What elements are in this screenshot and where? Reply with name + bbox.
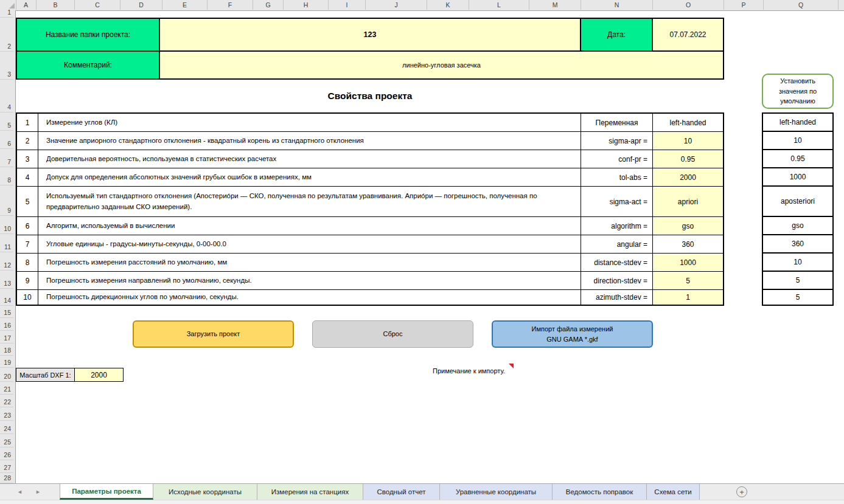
- column-header-H[interactable]: H: [284, 0, 329, 10]
- sheet-tab-bar: ◄ ► Параметры проектаИсходные координаты…: [0, 483, 844, 500]
- add-sheet-button[interactable]: +: [736, 486, 747, 497]
- row-header-22[interactable]: 22: [0, 395, 13, 407]
- row-header-9[interactable]: 9: [0, 185, 13, 216]
- row-header-3[interactable]: 3: [0, 52, 13, 80]
- row-header-19[interactable]: 19: [0, 356, 13, 368]
- date-value-cell[interactable]: 07.07.2022: [653, 18, 724, 52]
- sheet-tab-7[interactable]: Схема сети: [647, 484, 700, 500]
- property-value-3[interactable]: 0.95: [653, 150, 723, 168]
- default-value-3: 0.95: [763, 150, 832, 168]
- default-value-4: 1000: [763, 168, 832, 187]
- set-defaults-button[interactable]: Установить значения по умолчанию: [762, 74, 834, 109]
- row-header-15[interactable]: 15: [0, 306, 13, 318]
- column-header-L[interactable]: L: [469, 0, 529, 10]
- column-header-A[interactable]: A: [16, 0, 37, 10]
- property-value-10[interactable]: 1: [653, 290, 723, 305]
- comment-value-cell[interactable]: линейно-угловая засечка: [160, 52, 724, 80]
- row-header-16[interactable]: 16: [0, 318, 13, 331]
- row-header-24[interactable]: 24: [0, 421, 13, 434]
- property-row-number-5: 5: [17, 187, 38, 217]
- sheet-tab-4[interactable]: Сводный отчет: [363, 484, 440, 500]
- default-value-8: 10: [763, 254, 832, 272]
- reset-button[interactable]: Сброс: [312, 320, 473, 348]
- column-header-P[interactable]: P: [724, 0, 764, 10]
- property-description-3: Доверительная вероятность, используемая …: [38, 150, 581, 168]
- sheet-tab-3[interactable]: Измерения на станциях: [257, 484, 363, 500]
- row-header-6[interactable]: 6: [0, 131, 13, 149]
- property-row-number-2: 2: [17, 132, 38, 150]
- select-all-corner[interactable]: [0, 0, 16, 10]
- column-header-E[interactable]: E: [162, 0, 208, 10]
- row-header-1[interactable]: 1: [0, 10, 13, 18]
- tab-scroll-left-icon[interactable]: ◄: [17, 484, 23, 500]
- properties-title: Свойства проекта: [16, 80, 724, 112]
- property-description-2: Значение априорного стандартного отклоне…: [38, 132, 581, 150]
- property-value-6[interactable]: gso: [653, 217, 723, 235]
- project-folder-value-cell[interactable]: 123: [160, 18, 581, 52]
- default-value-9: 5: [763, 272, 832, 290]
- comment-marker-icon: [509, 364, 514, 368]
- row-header-7[interactable]: 7: [0, 149, 13, 167]
- import-measurements-button[interactable]: Импорт файла измерений GNU GAMA *.gkf: [492, 320, 653, 348]
- row-header-4[interactable]: 4: [0, 80, 13, 112]
- property-value-1[interactable]: left-handed: [653, 114, 723, 132]
- dxf-scale-value-cell[interactable]: 2000: [74, 368, 124, 382]
- column-header-M[interactable]: M: [529, 0, 581, 10]
- sheet-tab-6[interactable]: Ведомость поправок: [553, 484, 647, 500]
- column-headers: ABCDEFGHIJKLMNOPQ: [0, 0, 844, 11]
- property-description-4: Допуск для определения абсолютных значен…: [38, 168, 581, 187]
- property-variable-3: conf-pr =: [581, 150, 653, 168]
- default-value-10: 5: [763, 290, 832, 305]
- property-row-number-10: 10: [17, 290, 38, 305]
- column-header-D[interactable]: D: [120, 0, 162, 10]
- row-header-23[interactable]: 23: [0, 407, 13, 421]
- row-header-26[interactable]: 26: [0, 447, 13, 460]
- column-header-F[interactable]: F: [208, 0, 253, 10]
- sheet-tab-2[interactable]: Исходные координаты: [153, 484, 257, 500]
- column-header-B[interactable]: B: [37, 0, 75, 10]
- property-value-9[interactable]: 5: [653, 272, 723, 290]
- row-header-17[interactable]: 17: [0, 331, 13, 343]
- default-value-6: gso: [763, 217, 832, 235]
- default-value-5: aposteriori: [763, 187, 832, 217]
- property-row-number-7: 7: [17, 235, 38, 254]
- column-header-Q[interactable]: Q: [764, 0, 839, 10]
- row-header-13[interactable]: 13: [0, 271, 13, 289]
- property-value-4[interactable]: 2000: [653, 168, 723, 187]
- tab-scroll-right-icon[interactable]: ►: [35, 484, 41, 500]
- property-row-number-9: 9: [17, 272, 38, 290]
- row-header-18[interactable]: 18: [0, 343, 13, 356]
- row-header-5[interactable]: 5: [0, 112, 13, 131]
- property-row-number-3: 3: [17, 150, 38, 168]
- property-value-7[interactable]: 360: [653, 235, 723, 254]
- property-value-2[interactable]: 10: [653, 132, 723, 150]
- property-value-5[interactable]: apriori: [653, 187, 723, 217]
- column-header-C[interactable]: C: [75, 0, 120, 10]
- sheet-tab-5[interactable]: Уравненные координаты: [440, 484, 553, 500]
- property-row-number-4: 4: [17, 168, 38, 187]
- project-folder-label-cell: Название папки проекта:: [16, 18, 160, 52]
- row-header-28[interactable]: 28: [0, 473, 13, 483]
- column-header-N[interactable]: N: [581, 0, 653, 10]
- default-value-1: left-handed: [763, 114, 832, 132]
- load-project-button[interactable]: Загрузить проект: [133, 320, 294, 348]
- row-header-10[interactable]: 10: [0, 216, 13, 234]
- row-header-2[interactable]: 2: [0, 18, 13, 52]
- row-header-27[interactable]: 27: [0, 460, 13, 473]
- column-header-K[interactable]: K: [427, 0, 469, 10]
- row-header-8[interactable]: 8: [0, 167, 13, 185]
- dxf-scale-label-cell: Масштаб DXF 1:: [16, 368, 75, 382]
- row-header-21[interactable]: 21: [0, 382, 13, 395]
- property-description-7: Угловые единицы - градусы-минуты-секунды…: [38, 235, 581, 254]
- sheet-tab-1[interactable]: Параметры проекта: [60, 484, 153, 500]
- property-value-8[interactable]: 1000: [653, 254, 723, 272]
- column-header-O[interactable]: O: [653, 0, 724, 10]
- row-header-14[interactable]: 14: [0, 289, 13, 306]
- row-header-25[interactable]: 25: [0, 434, 13, 447]
- column-header-I[interactable]: I: [329, 0, 366, 10]
- column-header-G[interactable]: G: [253, 0, 284, 10]
- row-header-12[interactable]: 12: [0, 252, 13, 271]
- row-header-20[interactable]: 20: [0, 368, 13, 382]
- column-header-J[interactable]: J: [366, 0, 427, 10]
- row-header-11[interactable]: 11: [0, 234, 13, 252]
